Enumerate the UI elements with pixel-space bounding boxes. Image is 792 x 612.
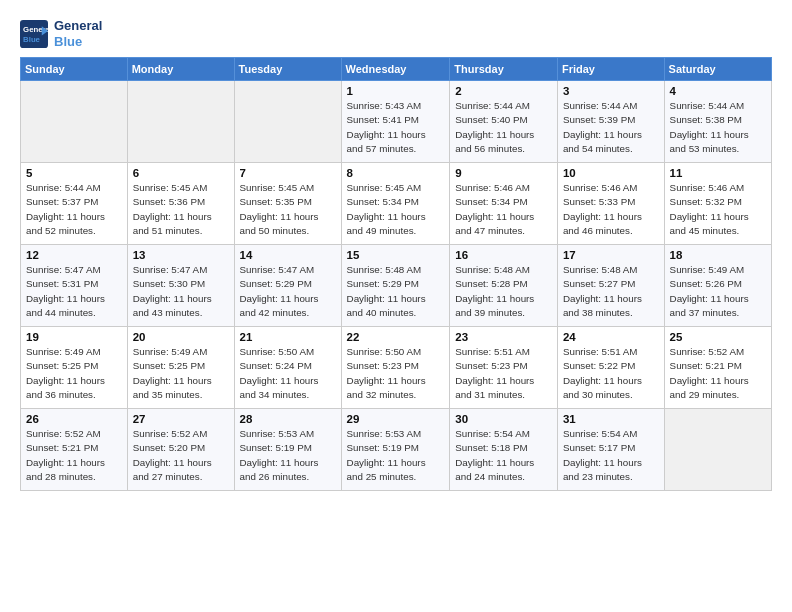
day-number: 15 — [347, 249, 445, 261]
day-info: Sunrise: 5:50 AM Sunset: 5:23 PM Dayligh… — [347, 345, 445, 402]
day-number: 14 — [240, 249, 336, 261]
day-info: Sunrise: 5:51 AM Sunset: 5:23 PM Dayligh… — [455, 345, 552, 402]
calendar-cell: 20Sunrise: 5:49 AM Sunset: 5:25 PM Dayli… — [127, 327, 234, 409]
calendar-week-2: 5Sunrise: 5:44 AM Sunset: 5:37 PM Daylig… — [21, 163, 772, 245]
calendar-cell: 13Sunrise: 5:47 AM Sunset: 5:30 PM Dayli… — [127, 245, 234, 327]
logo-icon: General Blue — [20, 20, 48, 48]
day-number: 23 — [455, 331, 552, 343]
day-info: Sunrise: 5:44 AM Sunset: 5:38 PM Dayligh… — [670, 99, 766, 156]
day-number: 27 — [133, 413, 229, 425]
day-info: Sunrise: 5:48 AM Sunset: 5:28 PM Dayligh… — [455, 263, 552, 320]
day-info: Sunrise: 5:49 AM Sunset: 5:25 PM Dayligh… — [26, 345, 122, 402]
day-info: Sunrise: 5:48 AM Sunset: 5:29 PM Dayligh… — [347, 263, 445, 320]
day-info: Sunrise: 5:47 AM Sunset: 5:29 PM Dayligh… — [240, 263, 336, 320]
day-number: 26 — [26, 413, 122, 425]
day-number: 24 — [563, 331, 659, 343]
day-info: Sunrise: 5:50 AM Sunset: 5:24 PM Dayligh… — [240, 345, 336, 402]
day-info: Sunrise: 5:54 AM Sunset: 5:18 PM Dayligh… — [455, 427, 552, 484]
day-number: 28 — [240, 413, 336, 425]
day-number: 5 — [26, 167, 122, 179]
day-info: Sunrise: 5:53 AM Sunset: 5:19 PM Dayligh… — [347, 427, 445, 484]
day-info: Sunrise: 5:52 AM Sunset: 5:21 PM Dayligh… — [26, 427, 122, 484]
day-info: Sunrise: 5:47 AM Sunset: 5:30 PM Dayligh… — [133, 263, 229, 320]
calendar-cell: 17Sunrise: 5:48 AM Sunset: 5:27 PM Dayli… — [557, 245, 664, 327]
weekday-header-thursday: Thursday — [450, 58, 558, 81]
day-number: 30 — [455, 413, 552, 425]
calendar-cell: 29Sunrise: 5:53 AM Sunset: 5:19 PM Dayli… — [341, 409, 450, 491]
calendar-week-5: 26Sunrise: 5:52 AM Sunset: 5:21 PM Dayli… — [21, 409, 772, 491]
calendar-cell: 6Sunrise: 5:45 AM Sunset: 5:36 PM Daylig… — [127, 163, 234, 245]
day-number: 19 — [26, 331, 122, 343]
calendar-table: SundayMondayTuesdayWednesdayThursdayFrid… — [20, 57, 772, 491]
day-info: Sunrise: 5:45 AM Sunset: 5:36 PM Dayligh… — [133, 181, 229, 238]
day-number: 12 — [26, 249, 122, 261]
calendar-cell: 4Sunrise: 5:44 AM Sunset: 5:38 PM Daylig… — [664, 81, 771, 163]
day-info: Sunrise: 5:44 AM Sunset: 5:37 PM Dayligh… — [26, 181, 122, 238]
day-info: Sunrise: 5:44 AM Sunset: 5:39 PM Dayligh… — [563, 99, 659, 156]
day-info: Sunrise: 5:46 AM Sunset: 5:34 PM Dayligh… — [455, 181, 552, 238]
calendar-cell: 1Sunrise: 5:43 AM Sunset: 5:41 PM Daylig… — [341, 81, 450, 163]
calendar-cell: 18Sunrise: 5:49 AM Sunset: 5:26 PM Dayli… — [664, 245, 771, 327]
day-info: Sunrise: 5:51 AM Sunset: 5:22 PM Dayligh… — [563, 345, 659, 402]
weekday-header-sunday: Sunday — [21, 58, 128, 81]
calendar-cell: 9Sunrise: 5:46 AM Sunset: 5:34 PM Daylig… — [450, 163, 558, 245]
calendar-cell: 3Sunrise: 5:44 AM Sunset: 5:39 PM Daylig… — [557, 81, 664, 163]
day-info: Sunrise: 5:48 AM Sunset: 5:27 PM Dayligh… — [563, 263, 659, 320]
calendar-week-1: 1Sunrise: 5:43 AM Sunset: 5:41 PM Daylig… — [21, 81, 772, 163]
day-info: Sunrise: 5:54 AM Sunset: 5:17 PM Dayligh… — [563, 427, 659, 484]
day-number: 7 — [240, 167, 336, 179]
page-header: General Blue General Blue — [20, 18, 772, 49]
calendar-cell: 26Sunrise: 5:52 AM Sunset: 5:21 PM Dayli… — [21, 409, 128, 491]
day-number: 20 — [133, 331, 229, 343]
day-info: Sunrise: 5:53 AM Sunset: 5:19 PM Dayligh… — [240, 427, 336, 484]
day-number: 2 — [455, 85, 552, 97]
day-info: Sunrise: 5:46 AM Sunset: 5:33 PM Dayligh… — [563, 181, 659, 238]
day-info: Sunrise: 5:52 AM Sunset: 5:20 PM Dayligh… — [133, 427, 229, 484]
day-number: 31 — [563, 413, 659, 425]
day-number: 9 — [455, 167, 552, 179]
day-number: 21 — [240, 331, 336, 343]
calendar-cell: 23Sunrise: 5:51 AM Sunset: 5:23 PM Dayli… — [450, 327, 558, 409]
day-number: 16 — [455, 249, 552, 261]
day-info: Sunrise: 5:45 AM Sunset: 5:35 PM Dayligh… — [240, 181, 336, 238]
svg-text:Blue: Blue — [23, 34, 41, 43]
weekday-header-tuesday: Tuesday — [234, 58, 341, 81]
calendar-cell: 24Sunrise: 5:51 AM Sunset: 5:22 PM Dayli… — [557, 327, 664, 409]
logo-text-blue: Blue — [54, 34, 102, 50]
logo: General Blue General Blue — [20, 18, 102, 49]
day-number: 10 — [563, 167, 659, 179]
day-info: Sunrise: 5:47 AM Sunset: 5:31 PM Dayligh… — [26, 263, 122, 320]
day-number: 8 — [347, 167, 445, 179]
calendar-cell: 22Sunrise: 5:50 AM Sunset: 5:23 PM Dayli… — [341, 327, 450, 409]
day-number: 11 — [670, 167, 766, 179]
weekday-header-monday: Monday — [127, 58, 234, 81]
day-info: Sunrise: 5:49 AM Sunset: 5:25 PM Dayligh… — [133, 345, 229, 402]
calendar-cell: 8Sunrise: 5:45 AM Sunset: 5:34 PM Daylig… — [341, 163, 450, 245]
calendar-cell: 27Sunrise: 5:52 AM Sunset: 5:20 PM Dayli… — [127, 409, 234, 491]
day-number: 1 — [347, 85, 445, 97]
day-info: Sunrise: 5:52 AM Sunset: 5:21 PM Dayligh… — [670, 345, 766, 402]
calendar-cell: 5Sunrise: 5:44 AM Sunset: 5:37 PM Daylig… — [21, 163, 128, 245]
calendar-header-row: SundayMondayTuesdayWednesdayThursdayFrid… — [21, 58, 772, 81]
calendar-cell: 31Sunrise: 5:54 AM Sunset: 5:17 PM Dayli… — [557, 409, 664, 491]
day-info: Sunrise: 5:44 AM Sunset: 5:40 PM Dayligh… — [455, 99, 552, 156]
weekday-header-saturday: Saturday — [664, 58, 771, 81]
calendar-cell — [234, 81, 341, 163]
calendar-cell: 11Sunrise: 5:46 AM Sunset: 5:32 PM Dayli… — [664, 163, 771, 245]
weekday-header-friday: Friday — [557, 58, 664, 81]
calendar-cell: 30Sunrise: 5:54 AM Sunset: 5:18 PM Dayli… — [450, 409, 558, 491]
day-number: 4 — [670, 85, 766, 97]
day-number: 18 — [670, 249, 766, 261]
calendar-cell — [21, 81, 128, 163]
day-info: Sunrise: 5:45 AM Sunset: 5:34 PM Dayligh… — [347, 181, 445, 238]
logo-text-general: General — [54, 18, 102, 34]
calendar-cell: 21Sunrise: 5:50 AM Sunset: 5:24 PM Dayli… — [234, 327, 341, 409]
day-number: 13 — [133, 249, 229, 261]
calendar-cell: 10Sunrise: 5:46 AM Sunset: 5:33 PM Dayli… — [557, 163, 664, 245]
calendar-cell: 19Sunrise: 5:49 AM Sunset: 5:25 PM Dayli… — [21, 327, 128, 409]
weekday-header-wednesday: Wednesday — [341, 58, 450, 81]
calendar-cell: 28Sunrise: 5:53 AM Sunset: 5:19 PM Dayli… — [234, 409, 341, 491]
calendar-week-3: 12Sunrise: 5:47 AM Sunset: 5:31 PM Dayli… — [21, 245, 772, 327]
calendar-cell: 7Sunrise: 5:45 AM Sunset: 5:35 PM Daylig… — [234, 163, 341, 245]
day-number: 22 — [347, 331, 445, 343]
